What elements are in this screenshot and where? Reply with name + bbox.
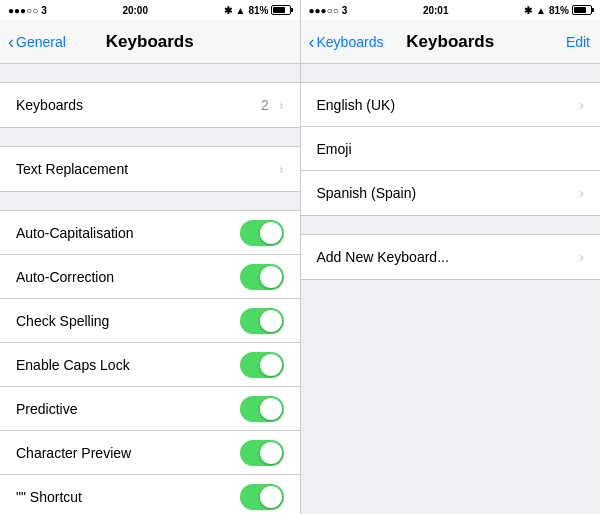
left-status-right: ✱ ▲ 81%	[224, 5, 292, 16]
right-panel: ●●●○○ 3 20:01 ✱ ▲ 81% ‹ Keyboards Keyboa…	[301, 0, 601, 514]
right-battery-icon	[572, 5, 592, 15]
add-keyboard-chevron-icon: ›	[579, 249, 584, 265]
right-time: 20:01	[423, 5, 449, 16]
auto-capitalisation-item[interactable]: Auto-Capitalisation	[0, 211, 300, 255]
left-time: 20:00	[122, 5, 148, 16]
keyboards-count-item[interactable]: Keyboards 2 ›	[0, 83, 300, 127]
gap-1	[0, 64, 300, 82]
right-status-left: ●●●○○ 3	[309, 5, 348, 16]
emoji-item[interactable]: Emoji	[301, 127, 601, 171]
left-nav-title: Keyboards	[106, 32, 194, 52]
left-nav-bar: ‹ General Keyboards	[0, 20, 300, 64]
keyboards-chevron-icon: ›	[279, 97, 284, 113]
keyboards-list-section: English (UK) › Emoji Spanish (Spain) ›	[301, 82, 601, 216]
english-uk-chevron-icon: ›	[579, 97, 584, 113]
check-spelling-thumb	[260, 310, 282, 332]
auto-correction-thumb	[260, 266, 282, 288]
right-wifi-icon: ▲	[536, 5, 546, 16]
spanish-spain-label: Spanish (Spain)	[317, 185, 576, 201]
enable-caps-lock-item[interactable]: Enable Caps Lock	[0, 343, 300, 387]
right-back-chevron-icon: ‹	[309, 33, 315, 51]
right-nav-bar: ‹ Keyboards Keyboards Edit	[301, 20, 601, 64]
left-bluetooth-icon: ✱	[224, 5, 232, 16]
gap-3	[0, 192, 300, 210]
right-gap-1	[301, 64, 601, 82]
left-battery-icon	[271, 5, 291, 15]
predictive-label: Predictive	[16, 401, 240, 417]
spanish-spain-item[interactable]: Spanish (Spain) ›	[301, 171, 601, 215]
auto-correction-label: Auto-Correction	[16, 269, 240, 285]
keyboards-label: Keyboards	[16, 97, 261, 113]
shortcut-label: "" Shortcut	[16, 489, 240, 505]
enable-caps-lock-toggle[interactable]	[240, 352, 284, 378]
shortcut-toggle[interactable]	[240, 484, 284, 510]
english-uk-label: English (UK)	[317, 97, 576, 113]
left-back-chevron-icon: ‹	[8, 33, 14, 51]
left-status-left: ●●●○○ 3	[8, 5, 47, 16]
check-spelling-toggle[interactable]	[240, 308, 284, 334]
predictive-toggle[interactable]	[240, 396, 284, 422]
left-battery-fill	[273, 7, 285, 13]
toggles-section: Auto-Capitalisation Auto-Correction Chec…	[0, 210, 300, 514]
enable-caps-lock-label: Enable Caps Lock	[16, 357, 240, 373]
left-signal: ●●●○○	[8, 5, 38, 16]
add-keyboard-label: Add New Keyboard...	[317, 249, 576, 265]
auto-correction-item[interactable]: Auto-Correction	[0, 255, 300, 299]
gap-2	[0, 128, 300, 146]
auto-capitalisation-toggle[interactable]	[240, 220, 284, 246]
keyboards-value: 2	[261, 97, 269, 113]
left-battery-pct: 81%	[248, 5, 268, 16]
character-preview-thumb	[260, 442, 282, 464]
left-back-label: General	[16, 34, 66, 50]
left-panel: ●●●○○ 3 20:00 ✱ ▲ 81% ‹ General Keyboard…	[0, 0, 300, 514]
predictive-thumb	[260, 398, 282, 420]
enable-caps-lock-thumb	[260, 354, 282, 376]
right-battery-pct: 81%	[549, 5, 569, 16]
auto-capitalisation-thumb	[260, 222, 282, 244]
text-replacement-section: Text Replacement ›	[0, 146, 300, 192]
right-status-right: ✱ ▲ 81%	[524, 5, 592, 16]
right-bluetooth-icon: ✱	[524, 5, 532, 16]
left-scroll-area: Keyboards 2 › Text Replacement › Auto-Ca…	[0, 64, 300, 514]
left-carrier: 3	[41, 5, 47, 16]
right-signal: ●●●○○	[309, 5, 339, 16]
auto-correction-toggle[interactable]	[240, 264, 284, 290]
character-preview-toggle[interactable]	[240, 440, 284, 466]
text-replacement-item[interactable]: Text Replacement ›	[0, 147, 300, 191]
right-back-button[interactable]: ‹ Keyboards	[309, 33, 384, 51]
shortcut-thumb	[260, 486, 282, 508]
keyboards-count-section: Keyboards 2 ›	[0, 82, 300, 128]
right-back-label: Keyboards	[317, 34, 384, 50]
text-replacement-label: Text Replacement	[16, 161, 275, 177]
check-spelling-label: Check Spelling	[16, 313, 240, 329]
predictive-item[interactable]: Predictive	[0, 387, 300, 431]
emoji-label: Emoji	[317, 141, 585, 157]
shortcut-item[interactable]: "" Shortcut	[0, 475, 300, 514]
right-edit-button[interactable]: Edit	[566, 34, 590, 50]
right-nav-title: Keyboards	[406, 32, 494, 52]
text-replacement-chevron-icon: ›	[279, 161, 284, 177]
auto-capitalisation-label: Auto-Capitalisation	[16, 225, 240, 241]
right-carrier: 3	[342, 5, 348, 16]
check-spelling-item[interactable]: Check Spelling	[0, 299, 300, 343]
add-keyboard-item[interactable]: Add New Keyboard... ›	[301, 235, 601, 279]
character-preview-label: Character Preview	[16, 445, 240, 461]
right-battery-fill	[574, 7, 586, 13]
left-wifi-icon: ▲	[236, 5, 246, 16]
right-status-bar: ●●●○○ 3 20:01 ✱ ▲ 81%	[301, 0, 601, 20]
english-uk-item[interactable]: English (UK) ›	[301, 83, 601, 127]
left-back-button[interactable]: ‹ General	[8, 33, 66, 51]
left-status-bar: ●●●○○ 3 20:00 ✱ ▲ 81%	[0, 0, 300, 20]
spanish-spain-chevron-icon: ›	[579, 185, 584, 201]
right-gap-2	[301, 216, 601, 234]
right-scroll-area: English (UK) › Emoji Spanish (Spain) › A…	[301, 64, 601, 514]
character-preview-item[interactable]: Character Preview	[0, 431, 300, 475]
add-keyboard-section: Add New Keyboard... ›	[301, 234, 601, 280]
